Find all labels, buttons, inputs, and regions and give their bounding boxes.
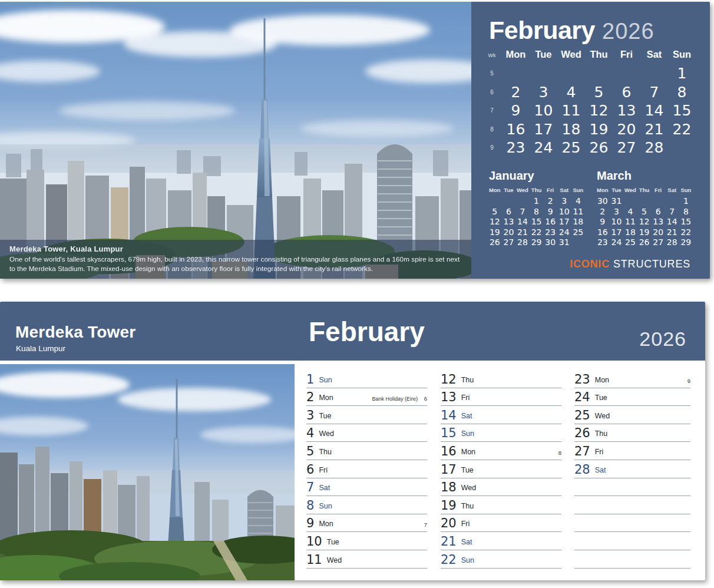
calendar-day — [530, 64, 557, 83]
mini-calendar-day — [637, 196, 652, 207]
header-year: 2026 — [639, 328, 686, 351]
date-number: 2 — [306, 391, 314, 404]
date-column-2: 12Thu13Fri14Sat15Sun16Mon817Tue18Wed19Th… — [441, 370, 561, 569]
year-label: 2026 — [602, 19, 654, 44]
mini-calendar-day: 3 — [557, 196, 571, 207]
calendar-day: 25 — [557, 138, 585, 157]
day-header: Mon — [502, 49, 530, 64]
mini-calendar-day: 12 — [488, 217, 502, 227]
date-number: 27 — [574, 445, 590, 458]
day-abbreviation: Fri — [595, 446, 604, 458]
week-column-header: Wk — [482, 52, 502, 64]
mini-calendar-january: January MonTueWedThuFriSatSun12345678910… — [488, 169, 587, 248]
day-abbreviation: Sun — [461, 428, 474, 440]
date-row: 24Tue — [574, 388, 690, 407]
date-row: 17Tue — [441, 460, 561, 478]
mini-calendar-day: 6 — [651, 207, 665, 217]
mini-calendar-day: 4 — [623, 207, 637, 217]
day-abbreviation: Thu — [319, 446, 332, 458]
mini-calendar-title: March — [597, 169, 695, 183]
day-header: Wed — [557, 49, 585, 64]
date-row: 11Wed — [306, 550, 427, 569]
mini-calendar-day: 23 — [543, 227, 557, 238]
day-abbreviation: Sun — [319, 500, 332, 513]
mini-calendar-day: 18 — [623, 227, 637, 238]
logo-structures-text: STRUCTURES — [613, 258, 690, 270]
date-row: 3Tue — [306, 406, 427, 424]
mini-calendar-day — [571, 237, 586, 248]
day-abbreviation: Tue — [461, 464, 474, 477]
date-number: 9 — [306, 517, 314, 530]
mini-calendar-day: 10 — [557, 207, 571, 217]
day-header: Thu — [585, 49, 613, 64]
mini-calendar-day: 1 — [530, 196, 544, 207]
calendar-day: 12 — [585, 101, 613, 120]
calendar-day — [640, 64, 668, 83]
day-abbreviation: Wed — [595, 410, 610, 422]
mini-calendar-day — [502, 196, 516, 207]
date-number: 20 — [441, 517, 457, 530]
mini-calendar-day: 21 — [515, 227, 530, 238]
mini-calendar-day: 31 — [610, 196, 624, 207]
calendar-day: 19 — [585, 120, 613, 139]
mini-calendar-day: 12 — [637, 217, 652, 227]
mini-calendar-day: 20 — [651, 227, 665, 238]
date-row: 25Wed — [574, 406, 690, 424]
mini-calendar-day: 17 — [557, 217, 571, 227]
day-abbreviation: Tue — [595, 392, 607, 404]
date-number: 26 — [574, 427, 590, 440]
day-abbreviation: Mon — [595, 374, 609, 387]
mini-calendar-day: 27 — [651, 237, 665, 248]
date-number: 16 — [441, 445, 457, 458]
mini-calendar-day: 24 — [610, 237, 624, 248]
date-number: 25 — [574, 409, 590, 422]
date-number: 10 — [306, 535, 322, 549]
mini-calendar-day — [651, 196, 665, 207]
mini-calendar-day: 11 — [571, 207, 586, 217]
empty-note-line — [574, 550, 690, 569]
mini-calendar-day: 31 — [557, 237, 571, 248]
date-row: 26Thu — [574, 424, 690, 442]
mini-day-header: Mon — [488, 187, 502, 196]
date-number: 21 — [441, 535, 457, 549]
mini-calendar-day: 5 — [488, 207, 502, 217]
mini-calendar-day — [488, 196, 502, 207]
day-abbreviation: Sun — [461, 554, 474, 567]
mini-calendar-day: 22 — [530, 227, 544, 238]
calendar-day: 26 — [585, 138, 613, 157]
calendar-day: 9 — [502, 101, 530, 120]
day-abbreviation: Wed — [327, 554, 342, 567]
mini-calendar-day: 15 — [679, 217, 693, 227]
date-row: 14Sat — [441, 406, 561, 424]
date-number: 28 — [574, 463, 590, 477]
mini-calendar-day: 28 — [665, 237, 679, 248]
mini-day-header: Fri — [543, 187, 557, 196]
calendar-day: 28 — [640, 138, 668, 157]
day-abbreviation: Sat — [595, 464, 606, 477]
week-number: 8 — [482, 120, 502, 139]
calendar-day — [502, 64, 530, 83]
empty-note-line — [574, 478, 690, 497]
date-row: 22Sun — [441, 550, 561, 569]
structure-location: Kuala Lumpur — [16, 344, 65, 353]
date-number: 8 — [306, 499, 314, 513]
day-abbreviation: Thu — [461, 500, 474, 513]
mini-calendar-day: 14 — [515, 217, 530, 227]
calendar-day — [668, 138, 696, 157]
mini-calendar-day: 25 — [571, 227, 586, 238]
day-abbreviation: Sat — [461, 536, 472, 549]
day-header: Tue — [530, 49, 557, 64]
day-abbreviation: Thu — [461, 374, 474, 387]
mini-calendar-day: 11 — [623, 217, 637, 227]
mini-day-header: Thu — [637, 187, 652, 196]
calendar-day: 21 — [640, 120, 668, 139]
calendar-day — [585, 64, 613, 83]
mini-calendar-day: 15 — [530, 217, 544, 227]
mini-calendar-day: 21 — [665, 227, 679, 238]
mini-calendar-day: 14 — [665, 217, 679, 227]
date-row: 19Thu — [441, 496, 561, 514]
day-abbreviation: Sat — [319, 482, 330, 494]
mini-day-header: Wed — [623, 187, 637, 196]
date-number: 24 — [574, 391, 590, 404]
date-number: 15 — [441, 427, 457, 440]
